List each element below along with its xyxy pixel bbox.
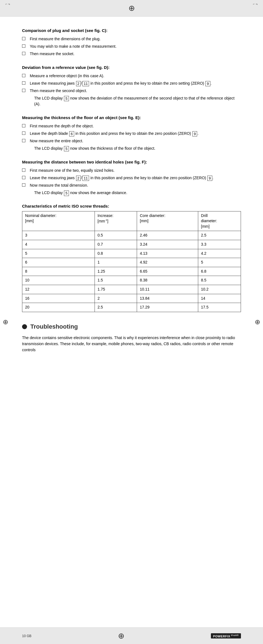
- item-text: You may wish to make a note of the measu…: [30, 44, 241, 49]
- list-item: Now measure the entire object.: [22, 138, 241, 144]
- cell-increase: 1: [95, 258, 137, 267]
- checkbox-icon: [22, 81, 25, 85]
- comparison-list: First measure the dimensions of the plug…: [22, 36, 241, 57]
- checkbox-icon: [22, 89, 25, 92]
- corner-mark-tr: ⌐ ¬: [253, 2, 257, 6]
- cell-drill: 6.8: [198, 267, 241, 276]
- brand-badge: POWERFIX Profi®: [211, 633, 241, 639]
- section-floor-thickness-title: Measuring the thickness of the floor of …: [22, 115, 241, 120]
- checkbox-icon: [22, 132, 25, 135]
- cell-drill: 2.5: [198, 231, 241, 240]
- cell-core: 4.13: [137, 249, 198, 258]
- cell-core: 6.65: [137, 267, 198, 276]
- deviation-sub-text: The LCD display 5 now shows the deviatio…: [34, 95, 241, 107]
- checkbox-icon: [22, 168, 25, 172]
- checkbox-icon: [22, 37, 25, 40]
- checkbox-icon: [22, 124, 25, 127]
- distance-list: First measure one of the two, equally si…: [22, 168, 241, 188]
- list-item: Leave the measuring jaws 2/11 in this po…: [22, 80, 241, 86]
- cell-drill: 14: [198, 294, 241, 303]
- table-header-row: Nominal diameter:[mm] Increase:[mm-1] Co…: [22, 211, 241, 231]
- section-deviation: Deviation from a reference value (see fi…: [22, 65, 241, 107]
- table-row: 16 2 13.84 14: [22, 294, 241, 303]
- section-deviation-title: Deviation from a reference value (see fi…: [22, 65, 241, 70]
- cell-nominal: 6: [22, 258, 95, 267]
- item-text: First measure one of the two, equally si…: [30, 168, 241, 173]
- cell-core: 8.38: [137, 276, 198, 285]
- item-text: Measure a reference object (in this case…: [30, 73, 241, 79]
- item-text: First measure the depth of the object.: [30, 123, 241, 129]
- checkbox-icon: [22, 44, 25, 48]
- ref-box-11b: 11: [82, 176, 89, 181]
- cell-increase: 1.75: [95, 285, 137, 294]
- checkbox-icon: [22, 52, 25, 55]
- ref-box-6: 6: [69, 131, 74, 137]
- cell-drill: 10.2: [198, 285, 241, 294]
- page: ⌐ ¬ ⊕ ⌐ ¬ Comparison of plug and socket …: [0, 0, 263, 644]
- table-row: 6 1 4.92 5: [22, 258, 241, 267]
- section-comparison-title: Comparison of plug and socket (see fig. …: [22, 28, 241, 33]
- section-floor-thickness: Measuring the thickness of the floor of …: [22, 115, 241, 151]
- cell-core: 2.46: [137, 231, 198, 240]
- list-item: First measure the depth of the object.: [22, 123, 241, 129]
- troubleshooting-body: The device contains sensitive electronic…: [22, 335, 241, 353]
- cell-increase: 2.5: [95, 303, 137, 312]
- list-item: Leave the depth blade 6 in this position…: [22, 131, 241, 136]
- section-comparison: Comparison of plug and socket (see fig. …: [22, 28, 241, 57]
- footer-bar: 10 GB ⊕ POWERFIX Profi®: [0, 627, 263, 644]
- cell-drill: 8.5: [198, 276, 241, 285]
- troubleshooting-title: Troubleshooting: [22, 323, 241, 330]
- table-title: Characteristics of metric ISO screw thre…: [22, 204, 241, 208]
- crosshair-icon-right: ⊕: [255, 318, 260, 326]
- item-text: Leave the measuring jaws 2/11 in this po…: [30, 80, 241, 86]
- ref-box-5c: 5: [64, 190, 69, 196]
- cell-drill: 17.5: [198, 303, 241, 312]
- list-item: Leave the measuring jaws 2/11 in this po…: [22, 175, 241, 181]
- cell-nominal: 5: [22, 249, 95, 258]
- list-item: Now measure the total dimension.: [22, 183, 241, 188]
- table-row: 5 0.8 4.13 4.2: [22, 249, 241, 258]
- cell-nominal: 8: [22, 267, 95, 276]
- cell-increase: 0.8: [95, 249, 137, 258]
- list-item: Measure a reference object (in this case…: [22, 73, 241, 79]
- list-item: Then measure the second object.: [22, 88, 241, 94]
- floor-list: First measure the depth of the object. L…: [22, 123, 241, 144]
- crosshair-icon-top: ⊕: [128, 4, 135, 13]
- brand-sub: Profi®: [231, 634, 239, 637]
- ref-box-2b: 2: [76, 176, 81, 181]
- col-drill-diameter: Drilldiameter:[mm]: [198, 211, 241, 231]
- cell-drill: 4.2: [198, 249, 241, 258]
- list-item: First measure one of the two, equally si…: [22, 168, 241, 173]
- cell-drill: 5: [198, 258, 241, 267]
- crosshair-icon-left: ⊕: [3, 318, 8, 326]
- table-row: 3 0.5 2.46 2.5: [22, 231, 241, 240]
- crosshair-icon-bottom: ⊕: [118, 631, 124, 640]
- cell-nominal: 10: [22, 276, 95, 285]
- cell-nominal: 12: [22, 285, 95, 294]
- cell-nominal: 16: [22, 294, 95, 303]
- item-text: Then measure the second object.: [30, 88, 241, 94]
- ref-box-9b: 9: [192, 131, 197, 137]
- table-row: 8 1.25 6.65 6.8: [22, 267, 241, 276]
- ref-box-5b: 5: [64, 146, 69, 152]
- col-increase: Increase:[mm-1]: [95, 211, 137, 231]
- main-content: Comparison of plug and socket (see fig. …: [0, 17, 263, 372]
- list-item: You may wish to make a note of the measu…: [22, 44, 241, 49]
- cell-nominal: 20: [22, 303, 95, 312]
- cell-increase: 1.25: [95, 267, 137, 276]
- table-row: 20 2.5 17.29 17.5: [22, 303, 241, 312]
- table-row: 10 1.5 8.38 8.5: [22, 276, 241, 285]
- brand-name: POWERFIX: [213, 634, 230, 638]
- checkbox-icon: [22, 139, 25, 142]
- checkbox-icon: [22, 74, 25, 77]
- cell-drill: 3.3: [198, 240, 241, 249]
- col-nominal-diameter: Nominal diameter:[mm]: [22, 211, 95, 231]
- cell-core: 13.84: [137, 294, 198, 303]
- header-bar: ⌐ ¬ ⊕ ⌐ ¬: [0, 0, 263, 17]
- cell-core: 10.11: [137, 285, 198, 294]
- list-item: Then measure the socket.: [22, 51, 241, 57]
- cell-nominal: 4: [22, 240, 95, 249]
- checkbox-icon: [22, 183, 25, 187]
- item-text: Leave the measuring jaws 2/11 in this po…: [30, 175, 241, 181]
- item-text: Now measure the total dimension.: [30, 183, 241, 188]
